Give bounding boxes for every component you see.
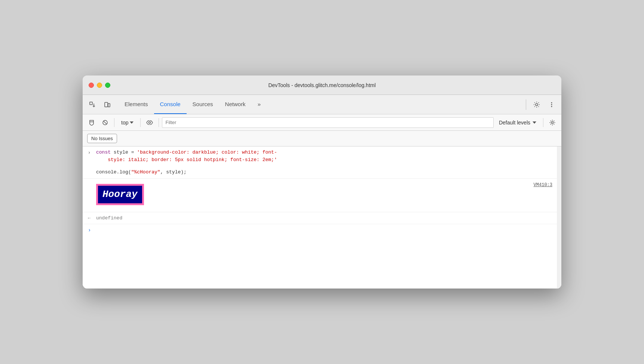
toolbar-divider-3 xyxy=(159,118,159,127)
more-options-icon[interactable] xyxy=(545,98,558,111)
toolbar-divider-2 xyxy=(140,118,141,127)
code-block: const style = 'background-color: darkblu… xyxy=(96,149,557,176)
console-prompt[interactable]: › xyxy=(83,224,561,236)
code-line-2: style: italic; border: 5px solid hotpink… xyxy=(96,156,557,164)
tab-more[interactable]: » xyxy=(252,95,267,114)
svg-point-13 xyxy=(149,121,151,123)
no-issues-badge[interactable]: No Issues xyxy=(87,134,117,143)
vm-link[interactable]: VM410:3 xyxy=(534,182,552,188)
tab-sources[interactable]: Sources xyxy=(187,95,219,114)
svg-line-12 xyxy=(104,121,107,124)
inspect-element-icon[interactable] xyxy=(86,98,99,111)
tab-console[interactable]: Console xyxy=(154,95,187,114)
tab-bar-icons xyxy=(86,95,114,114)
return-arrow-icon: ← xyxy=(88,215,91,222)
minimize-button[interactable] xyxy=(97,83,102,88)
maximize-button[interactable] xyxy=(105,83,110,88)
filter-input[interactable] xyxy=(162,117,493,128)
code-line-1: const style = 'background-color: darkblu… xyxy=(96,149,557,156)
scrollbar-track[interactable] xyxy=(557,146,561,289)
tab-bar: Elements Console Sources Network » xyxy=(83,95,561,114)
console-entry-code: › const style = 'background-color: darkb… xyxy=(83,146,561,179)
console-toolbar: top Default levels xyxy=(83,114,561,131)
settings-icon[interactable] xyxy=(530,98,543,111)
code-spacer xyxy=(96,163,557,169)
console-main: › const style = 'background-color: darkb… xyxy=(83,146,561,289)
console-entry-return: ← undefined xyxy=(83,212,561,225)
clear-console-button[interactable] xyxy=(86,117,98,129)
title-bar: DevTools - devtools.glitch.me/console/lo… xyxy=(83,75,561,95)
console-settings-icon[interactable] xyxy=(546,117,558,129)
console-input[interactable] xyxy=(96,227,557,233)
svg-point-5 xyxy=(536,104,538,106)
svg-point-8 xyxy=(551,106,552,107)
svg-point-6 xyxy=(551,102,552,103)
tab-network[interactable]: Network xyxy=(219,95,252,114)
devtools-window: DevTools - devtools.glitch.me/console/lo… xyxy=(83,75,561,289)
tab-elements[interactable]: Elements xyxy=(119,95,154,114)
svg-rect-0 xyxy=(90,102,92,105)
svg-point-7 xyxy=(551,104,552,105)
hooray-styled-output: Hooray xyxy=(96,184,144,205)
console-content: › const style = 'background-color: darkb… xyxy=(83,146,561,289)
svg-rect-4 xyxy=(108,104,110,107)
svg-point-14 xyxy=(552,121,553,123)
entry-chevron: › xyxy=(88,149,91,156)
block-icon[interactable] xyxy=(99,117,111,129)
main-area: › const style = 'background-color: darkb… xyxy=(83,146,561,289)
close-button[interactable] xyxy=(89,83,94,88)
console-entry-output: Hooray VM410:3 xyxy=(83,179,561,212)
tab-divider xyxy=(526,99,526,110)
toolbar-divider-1 xyxy=(114,118,114,127)
device-toolbar-icon[interactable] xyxy=(101,98,114,111)
code-line-3: console.log("%cHooray", style); xyxy=(96,169,557,176)
svg-marker-9 xyxy=(90,120,93,126)
issues-bar: No Issues xyxy=(83,131,561,146)
svg-rect-3 xyxy=(105,102,108,107)
window-title: DevTools - devtools.glitch.me/console/lo… xyxy=(268,82,375,88)
eye-icon[interactable] xyxy=(144,117,156,129)
tab-bar-right xyxy=(524,95,558,114)
traffic-lights xyxy=(89,83,110,88)
toolbar-divider-4 xyxy=(543,118,543,127)
default-levels-button[interactable]: Default levels xyxy=(495,118,540,127)
top-context-selector[interactable]: top xyxy=(117,118,137,127)
prompt-chevron-icon: › xyxy=(88,227,91,233)
